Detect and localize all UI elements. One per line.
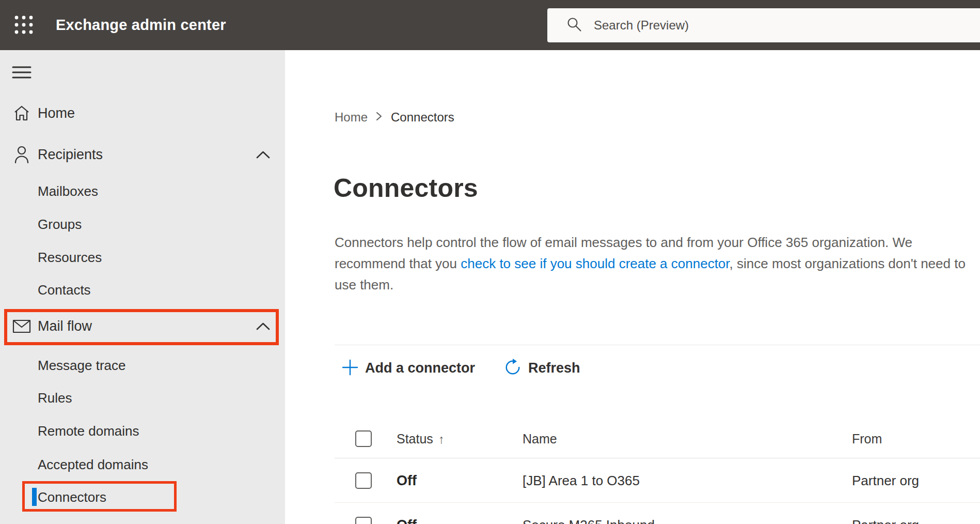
- left-navigation: Home Recipients Mailboxes Groups Reso: [0, 50, 285, 524]
- sidebar-item-label: Groups: [38, 217, 82, 233]
- breadcrumb-current: Connectors: [391, 110, 454, 125]
- sidebar-item-label: Mail flow: [38, 318, 92, 334]
- column-header-status[interactable]: Status↑: [397, 431, 445, 446]
- add-connector-label: Add a connector: [365, 360, 475, 376]
- cell-status: Off: [397, 517, 417, 524]
- chevron-right-icon: [375, 111, 383, 124]
- sidebar-item-label: Home: [38, 105, 75, 121]
- sidebar-item-label: Recipients: [38, 147, 103, 163]
- chevron-up-icon[interactable]: [256, 150, 270, 159]
- select-all-checkbox[interactable]: [355, 430, 372, 447]
- sidebar-item-groups[interactable]: Groups: [0, 208, 285, 241]
- cell-name[interactable]: Secure M365 Inbound: [523, 517, 655, 524]
- cell-name[interactable]: [JB] Area 1 to O365: [523, 472, 640, 488]
- table-row[interactable]: Off [JB] Area 1 to O365 Partner org: [335, 458, 980, 503]
- sidebar-item-label: Connectors: [38, 489, 106, 505]
- sidebar-item-recipients[interactable]: Recipients: [0, 138, 285, 171]
- sidebar-item-home[interactable]: Home: [0, 97, 285, 130]
- main-content: Home Connectors Connectors Connectors he…: [285, 50, 980, 524]
- selected-item-indicator: [32, 488, 37, 506]
- add-connector-button[interactable]: Add a connector: [342, 359, 475, 377]
- sidebar-item-label: Mailboxes: [38, 183, 98, 199]
- column-header-from[interactable]: From: [852, 431, 882, 446]
- search-input[interactable]: [594, 18, 924, 33]
- sidebar-item-rules[interactable]: Rules: [0, 381, 285, 414]
- app-launcher-button[interactable]: [10, 12, 37, 38]
- refresh-button[interactable]: Refresh: [504, 359, 580, 378]
- hamburger-icon: [12, 65, 31, 81]
- nav-toggle-button[interactable]: [8, 59, 35, 86]
- sidebar-item-message-trace[interactable]: Message trace: [0, 349, 285, 382]
- refresh-icon: [504, 359, 521, 378]
- breadcrumb: Home Connectors: [335, 110, 454, 125]
- chevron-up-icon[interactable]: [256, 322, 270, 331]
- sort-ascending-icon: ↑: [438, 431, 445, 445]
- toolbar-divider: [335, 345, 980, 345]
- mail-icon: [12, 317, 31, 335]
- sidebar-item-mailboxes[interactable]: Mailboxes: [0, 175, 285, 208]
- person-icon: [12, 145, 31, 164]
- sidebar-item-contacts[interactable]: Contacts: [0, 273, 285, 306]
- column-header-status-label: Status: [397, 431, 433, 445]
- table-row[interactable]: Off Secure M365 Inbound Partner org: [335, 503, 980, 524]
- table-header-row: Status↑ Name From: [335, 419, 980, 458]
- search-box[interactable]: [547, 8, 980, 42]
- app-title: Exchange admin center: [56, 0, 226, 50]
- connectors-table: Status↑ Name From Off [JB] Area 1 to O36…: [335, 419, 980, 524]
- command-bar: Add a connector Refresh: [342, 354, 580, 382]
- sidebar-item-label: Rules: [38, 390, 72, 406]
- sidebar-item-label: Accepted domains: [38, 457, 148, 473]
- top-app-bar: Exchange admin center: [0, 0, 980, 50]
- sidebar-item-label: Contacts: [38, 282, 91, 298]
- page-title: Connectors: [334, 173, 478, 203]
- row-checkbox[interactable]: [355, 472, 372, 489]
- cell-from: Partner org: [852, 472, 919, 488]
- column-header-name[interactable]: Name: [523, 431, 557, 446]
- sidebar-item-connectors[interactable]: Connectors: [0, 481, 285, 514]
- breadcrumb-home-link[interactable]: Home: [335, 110, 368, 125]
- sidebar-item-label: Message trace: [38, 358, 126, 374]
- exchange-admin-center-window: Exchange admin center: [0, 0, 980, 524]
- sidebar-item-mail-flow[interactable]: Mail flow: [0, 310, 285, 343]
- sidebar-item-accepted-domains[interactable]: Accepted domains: [0, 448, 285, 481]
- sidebar-item-label: Resources: [38, 250, 102, 266]
- check-connector-link[interactable]: check to see if you should create a conn…: [461, 256, 729, 271]
- cell-status: Off: [397, 472, 417, 488]
- plus-icon: [342, 359, 358, 377]
- cell-from: Partner org: [852, 517, 919, 524]
- waffle-icon: [13, 14, 35, 37]
- sidebar-item-label: Remote domains: [38, 423, 139, 439]
- sidebar-item-resources[interactable]: Resources: [0, 241, 285, 274]
- page-description: Connectors help control the flow of emai…: [335, 232, 974, 296]
- search-icon: [566, 16, 582, 35]
- row-checkbox[interactable]: [355, 517, 372, 524]
- refresh-label: Refresh: [528, 360, 580, 376]
- sidebar-item-remote-domains[interactable]: Remote domains: [0, 414, 285, 448]
- home-icon: [12, 104, 31, 122]
